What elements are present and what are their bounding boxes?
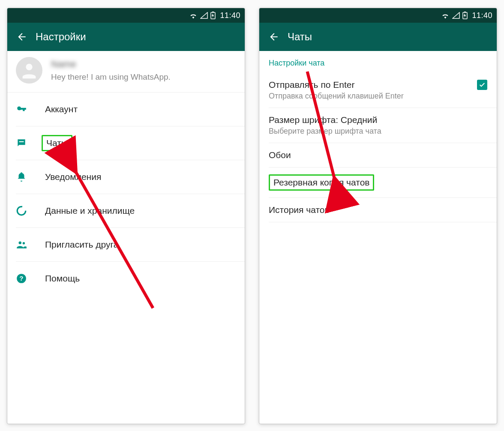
- key-icon: [16, 104, 42, 115]
- profile-status: Hey there! I am using WhatsApp.: [51, 72, 236, 82]
- section-header: Настройки чата: [259, 51, 497, 73]
- settings-item-label: Пригласить друга: [42, 238, 122, 251]
- svg-point-6: [23, 242, 25, 244]
- chat-item-title: Резервная копия чатов: [269, 174, 374, 191]
- status-bar: 11:40: [259, 8, 497, 23]
- chat-item-title: Отправлять по Enter: [269, 80, 354, 90]
- chat-item-title: Обои: [269, 150, 487, 160]
- data-icon: [16, 205, 42, 216]
- app-bar: Чаты: [259, 23, 497, 51]
- settings-item-account[interactable]: Аккаунт: [16, 93, 245, 126]
- people-icon: [16, 239, 42, 250]
- avatar: [16, 57, 42, 84]
- settings-item-help[interactable]: ? Помощь: [16, 262, 245, 295]
- chat-item-enter-send[interactable]: Отправлять по Enter Отправка сообщений к…: [269, 73, 497, 108]
- back-button[interactable]: [265, 28, 282, 45]
- chat-item-backup[interactable]: Резервная копия чатов: [269, 168, 497, 198]
- svg-point-2: [26, 64, 32, 70]
- settings-list: Аккаунт Чаты Уведомления Данные и хранил…: [7, 93, 245, 295]
- settings-item-label: Аккаунт: [42, 102, 81, 116]
- phone-chats-settings: 11:40 Чаты Настройки чата Отправлять по …: [259, 8, 497, 424]
- phone-settings: 11:40 Настройки Name Hey there! I am usi…: [7, 8, 245, 424]
- svg-text:?: ?: [19, 275, 23, 282]
- battery-icon: [210, 12, 216, 19]
- help-icon: ?: [16, 273, 42, 284]
- status-bar: 11:40: [7, 8, 245, 23]
- settings-item-chats[interactable]: Чаты: [16, 126, 245, 160]
- profile-row[interactable]: Name Hey there! I am using WhatsApp.: [7, 51, 245, 93]
- wifi-icon: [189, 12, 198, 19]
- chat-item-history[interactable]: История чатов: [269, 198, 497, 222]
- battery-icon: [462, 12, 468, 19]
- chat-settings-list: Отправлять по Enter Отправка сообщений к…: [259, 73, 497, 222]
- settings-item-label: Данные и хранилище: [42, 204, 138, 218]
- settings-item-notifications[interactable]: Уведомления: [16, 160, 245, 194]
- page-title: Чаты: [288, 31, 312, 43]
- svg-point-4: [17, 207, 26, 215]
- chat-item-title: История чатов: [269, 205, 487, 215]
- chat-item-wallpaper[interactable]: Обои: [269, 143, 497, 168]
- app-bar: Настройки: [7, 23, 245, 51]
- signal-icon: [452, 12, 460, 19]
- bell-icon: [16, 171, 42, 183]
- checkbox-checked[interactable]: [477, 80, 487, 90]
- settings-item-label: Чаты: [42, 135, 72, 151]
- settings-item-data[interactable]: Данные и хранилище: [16, 194, 245, 228]
- chat-icon: [16, 138, 42, 149]
- chat-item-sub: Отправка сообщений клавишей Enter: [269, 92, 487, 101]
- page-title: Настройки: [36, 31, 86, 43]
- signal-icon: [200, 12, 208, 19]
- svg-rect-11: [464, 12, 466, 12]
- settings-item-invite[interactable]: Пригласить друга: [16, 228, 245, 262]
- settings-item-label: Уведомления: [42, 170, 105, 184]
- chat-item-title: Размер шрифта: Средний: [269, 115, 487, 125]
- status-time: 11:40: [472, 11, 492, 20]
- svg-rect-3: [19, 141, 24, 142]
- settings-item-label: Помощь: [42, 272, 83, 285]
- svg-rect-1: [212, 12, 214, 12]
- svg-point-5: [19, 241, 22, 244]
- back-button[interactable]: [13, 28, 30, 45]
- status-time: 11:40: [220, 11, 240, 20]
- chat-item-font-size[interactable]: Размер шрифта: Средний Выберите размер ш…: [269, 108, 497, 143]
- profile-name-blurred: Name: [51, 59, 236, 70]
- wifi-icon: [441, 12, 450, 19]
- chat-item-sub: Выберите размер шрифта чата: [269, 127, 487, 136]
